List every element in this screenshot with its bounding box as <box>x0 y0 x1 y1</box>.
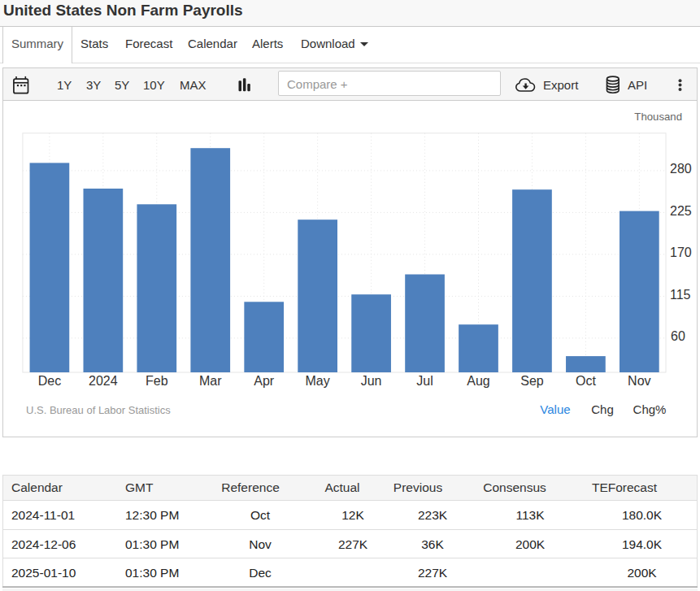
svg-text:Nov: Nov <box>628 374 650 388</box>
svg-text:2024: 2024 <box>89 374 118 388</box>
svg-text:Feb: Feb <box>146 374 168 388</box>
svg-text:225: 225 <box>670 204 692 218</box>
svg-text:280: 280 <box>670 162 692 176</box>
svg-text:Chg: Chg <box>591 402 614 416</box>
svg-text:Sep: Sep <box>520 374 544 388</box>
svg-text:Oct: Oct <box>576 374 596 388</box>
svg-text:Dec: Dec <box>38 374 61 388</box>
svg-text:Mar: Mar <box>199 374 222 388</box>
svg-text:May: May <box>306 374 330 388</box>
svg-text:170: 170 <box>670 246 692 259</box>
svg-text:U.S. Bureau of Labor Statistic: U.S. Bureau of Labor Statistics <box>26 404 171 416</box>
svg-text:Chg%: Chg% <box>633 402 667 416</box>
svg-text:Aug: Aug <box>467 374 489 388</box>
svg-text:115: 115 <box>670 288 691 302</box>
svg-text:Jun: Jun <box>361 374 382 388</box>
svg-text:Jul: Jul <box>416 374 433 388</box>
svg-text:60: 60 <box>671 329 685 343</box>
svg-text:Apr: Apr <box>254 374 275 388</box>
svg-text:Thousand: Thousand <box>634 111 682 123</box>
svg-text:Value: Value <box>540 402 570 416</box>
